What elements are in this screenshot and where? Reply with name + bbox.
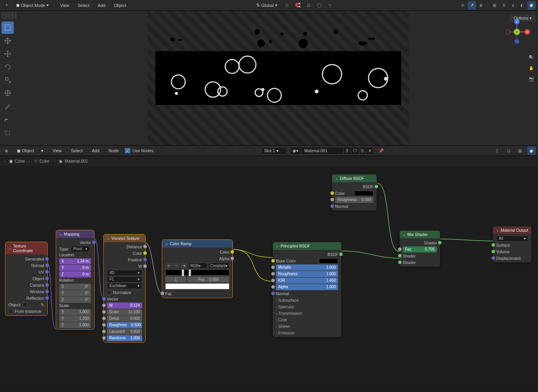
svg-point-21 bbox=[170, 38, 175, 42]
node-mapping[interactable]: ⌄Mapping Vector Type:Point▾ Location: X1… bbox=[56, 230, 94, 329]
zoom-icon[interactable]: 🔍 bbox=[527, 53, 536, 61]
xray-icon[interactable]: ▦ bbox=[490, 1, 499, 10]
rendered-icon[interactable]: ◉ bbox=[527, 1, 536, 10]
svg-rect-31 bbox=[369, 38, 375, 40]
svg-point-28 bbox=[303, 32, 307, 36]
transform-tool[interactable] bbox=[2, 87, 14, 99]
node-texture-coordinate[interactable]: ⌄Texture Coordinate Generated Normal UV … bbox=[5, 242, 47, 316]
svg-point-26 bbox=[281, 32, 284, 35]
svg-point-27 bbox=[299, 39, 308, 48]
use-nodes-checkbox[interactable]: ✓Use Nodes bbox=[125, 148, 153, 153]
overlay-icon[interactable]: ▦ bbox=[516, 146, 524, 155]
pin-icon[interactable]: 📌 bbox=[377, 146, 385, 155]
node-diffuse-bsdf[interactable]: ⌄Diffuse BSDF BSDF Color Roughness0.000 … bbox=[332, 174, 377, 211]
svg-rect-0 bbox=[5, 25, 10, 30]
proportional-edit-icon[interactable]: ◯ bbox=[315, 1, 324, 10]
editor-type-icon[interactable]: ✦ bbox=[2, 1, 11, 10]
material-datablock[interactable]: ◉▾ Material.001 3 🛡 ⎘ ✕ bbox=[290, 147, 374, 155]
add-cube-tool[interactable] bbox=[2, 126, 14, 138]
svg-point-23 bbox=[254, 29, 260, 35]
copy-icon[interactable]: ⎘ bbox=[359, 147, 366, 154]
svg-point-24 bbox=[257, 40, 265, 47]
visibility-icon[interactable]: 👁 bbox=[458, 1, 467, 10]
svg-text:Z: Z bbox=[516, 20, 518, 23]
select-mode-icon[interactable] bbox=[11, 12, 13, 19]
view-menu[interactable]: View bbox=[50, 147, 65, 154]
svg-rect-22 bbox=[178, 39, 182, 41]
parent-icon[interactable]: ↥ bbox=[493, 146, 501, 155]
unlink-icon[interactable]: ✕ bbox=[366, 147, 374, 155]
gizmo-toggle-icon[interactable]: ↗ bbox=[468, 1, 476, 10]
node-editor-canvas[interactable]: ⌄Texture Coordinate Generated Normal UV … bbox=[0, 166, 538, 391]
add-menu[interactable]: Add bbox=[95, 2, 109, 9]
falloff-icon[interactable]: ∿ bbox=[326, 1, 334, 10]
select-menu[interactable]: Select bbox=[68, 147, 86, 154]
select-mode-icon[interactable] bbox=[15, 12, 17, 19]
mesh-icon: ▽ bbox=[34, 159, 37, 164]
object-menu[interactable]: Object bbox=[111, 2, 129, 9]
material-icon[interactable]: ◉▾ bbox=[290, 147, 301, 155]
svg-rect-6 bbox=[6, 131, 10, 135]
3d-viewport[interactable]: Options ▾ bbox=[18, 11, 538, 145]
node-mix-shader[interactable]: ⌄Mix Shader Shader Fac0.705 Shader Shade… bbox=[400, 231, 440, 267]
node-principled-bsdf[interactable]: ⌄Principled BSDF BSDF Base Color Metalli… bbox=[273, 242, 341, 337]
wireframe-icon[interactable]: ⊕ bbox=[500, 1, 508, 10]
select-mode-icon[interactable] bbox=[5, 12, 7, 19]
shield-icon[interactable]: 🛡 bbox=[351, 147, 359, 154]
svg-point-29 bbox=[334, 30, 338, 34]
object-data-select[interactable]: ◼Object▾ bbox=[14, 147, 46, 154]
view-menu[interactable]: View bbox=[57, 2, 72, 9]
node-voronoi[interactable]: ⌄Voronoi Texture Distance Color Position… bbox=[104, 234, 145, 342]
mode-select[interactable]: ◼Object Mode▾ bbox=[13, 2, 52, 9]
svg-text:X: X bbox=[526, 30, 528, 34]
add-menu[interactable]: Add bbox=[89, 147, 103, 154]
select-mode-icon[interactable] bbox=[2, 12, 4, 19]
svg-rect-4 bbox=[5, 78, 8, 80]
camera-icon[interactable]: 📷 bbox=[527, 75, 536, 83]
pan-icon[interactable]: ✋ bbox=[527, 64, 536, 72]
material-icon: ◉ bbox=[59, 159, 63, 164]
material-name-input[interactable]: Material.001 bbox=[301, 147, 344, 154]
pivot-icon[interactable]: ⊙ bbox=[283, 1, 291, 10]
3d-header: ✦ ◼Object Mode▾ View Select Add Object ⇅… bbox=[0, 0, 538, 11]
solid-icon[interactable]: ● bbox=[509, 1, 517, 10]
svg-point-30 bbox=[358, 42, 367, 45]
node-material-output[interactable]: ⌄Material Output All▾ Surface Volume Dis… bbox=[493, 226, 531, 262]
cursor-tool[interactable] bbox=[2, 35, 14, 47]
select-menu[interactable]: Select bbox=[75, 2, 93, 9]
node-editor-header: ◉ ◼Object▾ View Select Add Node ✓Use Nod… bbox=[0, 145, 538, 156]
snap-icon[interactable]: ⊡ bbox=[504, 146, 513, 155]
slot-select[interactable]: Slot 1 ▾ bbox=[261, 147, 287, 154]
viewport-canvas bbox=[148, 11, 409, 145]
select-mode-icon[interactable] bbox=[8, 12, 10, 19]
node-color-ramp[interactable]: ⌄Color Ramp Color Alpha +−▾ RGB ▾ Consta… bbox=[162, 240, 232, 298]
viewport-nav-icons: 🔍 ✋ 📷 bbox=[527, 53, 536, 83]
snap-target-icon[interactable]: ⊡ bbox=[304, 1, 313, 10]
node-breadcrumb: › ◼Cube › ▽Cube › ◉Material.001 bbox=[0, 156, 538, 166]
transform-orientation[interactable]: ⇅Global▾ bbox=[253, 2, 281, 9]
scale-tool[interactable] bbox=[2, 74, 14, 86]
nav-gizmo[interactable]: Z X Y bbox=[503, 18, 530, 45]
overlay-icon[interactable]: ◉ bbox=[477, 1, 485, 10]
node-menu[interactable]: Node bbox=[106, 147, 122, 154]
shader-type-icon[interactable]: ◉ bbox=[527, 146, 536, 155]
material-user-count[interactable]: 3 bbox=[344, 147, 351, 154]
matprev-icon[interactable]: ◐ bbox=[518, 1, 526, 10]
svg-point-43 bbox=[515, 39, 519, 44]
measure-tool[interactable] bbox=[2, 113, 14, 125]
snap-icon[interactable]: 🧲 bbox=[294, 1, 302, 10]
annotate-tool[interactable] bbox=[2, 100, 14, 112]
color-ramp-widget[interactable]: +−▾ RGB ▾ Constant▾ 1 Pos 0.368 bbox=[165, 262, 229, 289]
select-box-tool[interactable] bbox=[2, 22, 14, 34]
svg-point-25 bbox=[269, 40, 272, 43]
above-render-dots bbox=[148, 11, 409, 145]
editor-type-icon[interactable]: ◉ bbox=[2, 146, 11, 155]
tool-shelf bbox=[0, 11, 18, 145]
rotate-tool[interactable] bbox=[2, 61, 14, 73]
cube-icon: ◼ bbox=[9, 159, 13, 164]
move-tool[interactable] bbox=[2, 48, 14, 60]
shading-modes: ▦ ⊕ ● ◐ ◉ bbox=[490, 1, 536, 10]
svg-text:Y: Y bbox=[516, 30, 518, 34]
